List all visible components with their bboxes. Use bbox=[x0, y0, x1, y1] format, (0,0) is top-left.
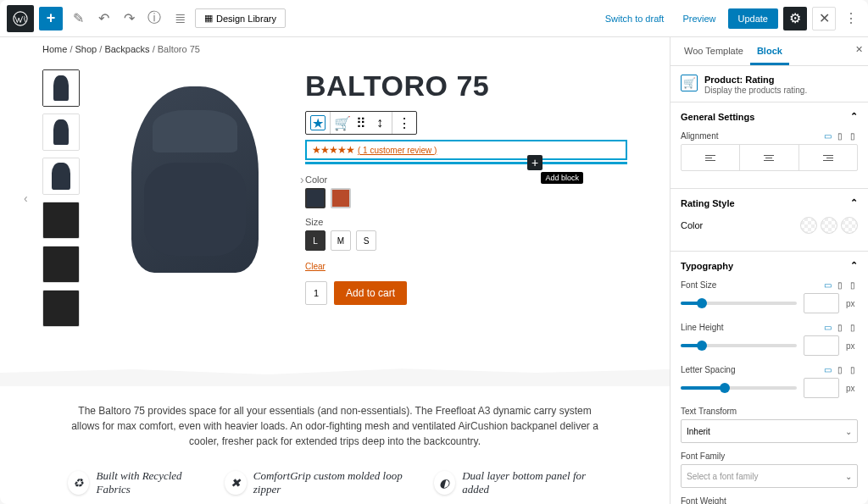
edit-icon[interactable]: ✎ bbox=[68, 8, 88, 29]
breadcrumb-home[interactable]: Home bbox=[42, 44, 67, 54]
font-family-label: Font Family bbox=[681, 451, 725, 461]
product-description: The Baltoro 75 provides space for all yo… bbox=[68, 403, 602, 449]
tab-block[interactable]: Block bbox=[750, 37, 789, 65]
editor-top-bar: + ✎ ↶ ↷ ⓘ ≣ ▦Design Library Switch to dr… bbox=[0, 0, 868, 37]
wordpress-logo[interactable] bbox=[7, 5, 34, 32]
chevron-up-icon: ⌃ bbox=[850, 260, 858, 271]
text-transform-label: Text Transform bbox=[681, 407, 737, 416]
update-button[interactable]: Update bbox=[728, 8, 778, 29]
settings-icon[interactable]: ⚙ bbox=[783, 7, 807, 30]
tablet-icon[interactable]: ▯ bbox=[835, 364, 845, 374]
star-rating-icon: ★★★★★ bbox=[312, 144, 354, 156]
undo-icon[interactable]: ↶ bbox=[93, 8, 114, 29]
text-transform-select[interactable]: Inherit⌄ bbox=[681, 419, 858, 443]
panel-rating-style[interactable]: Rating Style⌃ bbox=[670, 189, 868, 217]
quantity-input[interactable] bbox=[305, 281, 327, 305]
letter-spacing-label: Letter Spacing bbox=[681, 365, 736, 374]
color-picker-3[interactable] bbox=[841, 217, 858, 234]
font-size-slider[interactable] bbox=[681, 302, 797, 305]
block-name: Product: Rating bbox=[704, 75, 807, 85]
feature-2: ✖ComfortGrip custom molded loop zipper bbox=[225, 469, 416, 496]
redo-icon[interactable]: ↷ bbox=[119, 8, 139, 29]
size-option-m[interactable]: M bbox=[331, 230, 351, 251]
tablet-icon[interactable]: ▯ bbox=[835, 280, 845, 290]
line-height-input[interactable] bbox=[804, 335, 839, 356]
tablet-icon[interactable]: ▯ bbox=[835, 130, 845, 141]
breadcrumb-backpacks[interactable]: Backpacks bbox=[104, 44, 149, 54]
size-option-s[interactable]: S bbox=[356, 230, 376, 251]
color-label: Color bbox=[681, 220, 703, 230]
thumb-4[interactable] bbox=[42, 202, 80, 239]
close-sidebar-icon[interactable]: ✕ bbox=[855, 44, 863, 55]
desktop-icon[interactable]: ▭ bbox=[822, 322, 832, 332]
clear-selection-link[interactable]: Clear bbox=[305, 262, 326, 271]
add-block-inline-button[interactable]: + bbox=[527, 155, 542, 170]
chevron-up-icon: ⌃ bbox=[850, 111, 858, 122]
add-block-button[interactable]: + bbox=[39, 7, 63, 30]
product-main-image: › bbox=[102, 69, 288, 290]
font-weight-label: Font Weight bbox=[681, 496, 726, 504]
kadence-icon[interactable]: ✕ bbox=[812, 7, 836, 30]
color-swatch-rust[interactable] bbox=[331, 188, 351, 208]
color-picker-2[interactable] bbox=[821, 217, 837, 234]
editor-canvas: Home / Shop / Backpacks / Baltoro 75 ‹ bbox=[0, 37, 670, 504]
desktop-icon[interactable]: ▭ bbox=[822, 364, 832, 374]
tablet-icon[interactable]: ▯ bbox=[835, 322, 845, 332]
size-option-l[interactable]: L bbox=[305, 230, 326, 251]
block-toolbar: ★ 🛒 ⠿ ↕ ⋮ bbox=[305, 111, 417, 135]
move-icon[interactable]: ↕ bbox=[373, 116, 387, 130]
color-swatch-navy[interactable] bbox=[305, 188, 326, 208]
color-picker-1[interactable] bbox=[800, 217, 817, 234]
mobile-icon[interactable]: ▯ bbox=[848, 364, 858, 374]
mobile-icon[interactable]: ▯ bbox=[848, 322, 858, 332]
align-left-button[interactable] bbox=[682, 145, 740, 170]
align-right-button[interactable] bbox=[799, 145, 857, 170]
block-more-icon[interactable]: ⋮ bbox=[398, 116, 411, 130]
drag-handle-icon[interactable]: ⠿ bbox=[354, 116, 368, 130]
block-type-icon[interactable]: ★ bbox=[311, 116, 325, 130]
breadcrumb-shop[interactable]: Shop bbox=[75, 44, 97, 54]
line-height-slider[interactable] bbox=[681, 344, 797, 347]
feature-3: ◐Dual layer bottom panel for added bbox=[434, 469, 602, 496]
list-view-icon[interactable]: ≣ bbox=[170, 8, 190, 29]
mobile-icon[interactable]: ▯ bbox=[848, 280, 858, 290]
thumb-3[interactable] bbox=[42, 158, 80, 195]
thumb-2[interactable] bbox=[42, 114, 80, 151]
panel-general-settings[interactable]: General Settings⌃ bbox=[670, 102, 868, 130]
mobile-icon[interactable]: ▯ bbox=[848, 130, 858, 141]
tab-woo-template[interactable]: Woo Template bbox=[677, 37, 750, 65]
thumb-1[interactable] bbox=[42, 69, 80, 107]
image-next-icon[interactable]: › bbox=[300, 173, 314, 186]
line-height-label: Line Height bbox=[681, 323, 724, 332]
parent-block-icon[interactable]: 🛒 bbox=[336, 116, 349, 130]
product-rating-block[interactable]: ★★★★★ ( 1 customer review ) bbox=[305, 140, 627, 160]
switch-to-draft-link[interactable]: Switch to draft bbox=[598, 10, 671, 27]
desktop-icon[interactable]: ▭ bbox=[822, 280, 832, 290]
block-description: Display the products rating. bbox=[704, 86, 807, 95]
more-options-icon[interactable]: ⋮ bbox=[841, 8, 861, 29]
recycle-icon: ♻ bbox=[68, 471, 89, 495]
letter-spacing-input[interactable] bbox=[804, 378, 839, 398]
customer-review-link[interactable]: ( 1 customer review ) bbox=[358, 146, 437, 155]
thumb-6[interactable] bbox=[42, 290, 80, 327]
alignment-label: Alignment bbox=[681, 131, 718, 141]
design-library-button[interactable]: ▦Design Library bbox=[195, 8, 286, 28]
chevron-up-icon: ⌃ bbox=[850, 197, 858, 208]
panel-typography[interactable]: Typography⌃ bbox=[670, 252, 868, 280]
font-size-input[interactable] bbox=[804, 293, 839, 313]
chevron-down-icon: ⌄ bbox=[845, 472, 852, 481]
letter-spacing-slider[interactable] bbox=[681, 386, 797, 390]
tools-icon: ✖ bbox=[225, 471, 247, 495]
add-to-cart-button[interactable]: Add to cart bbox=[334, 281, 407, 305]
align-center-button[interactable] bbox=[740, 145, 798, 170]
info-icon[interactable]: ⓘ bbox=[144, 8, 164, 29]
thumb-prev-icon[interactable]: ‹ bbox=[24, 191, 37, 205]
font-family-select[interactable]: Select a font family⌄ bbox=[681, 464, 858, 488]
preview-link[interactable]: Preview bbox=[676, 10, 722, 27]
add-block-tooltip: Add block bbox=[541, 172, 583, 184]
chevron-down-icon: ⌄ bbox=[845, 427, 852, 436]
desktop-icon[interactable]: ▭ bbox=[822, 130, 832, 141]
thumb-5[interactable] bbox=[42, 246, 80, 283]
font-size-label: Font Size bbox=[681, 280, 716, 290]
breadcrumb: Home / Shop / Backpacks / Baltoro 75 bbox=[0, 37, 670, 61]
